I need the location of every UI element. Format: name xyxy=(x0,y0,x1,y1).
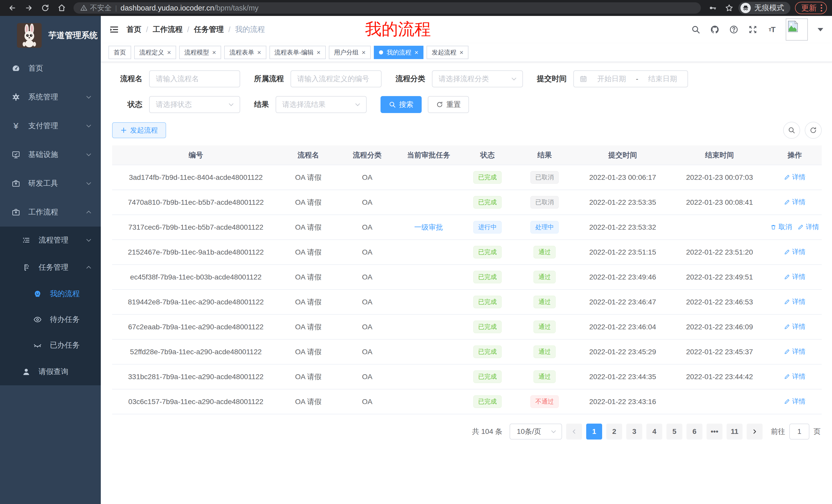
cancel-link[interactable]: 取消 xyxy=(770,222,792,231)
password-key-icon[interactable] xyxy=(705,2,720,13)
page-button-1[interactable]: 1 xyxy=(586,424,602,440)
pen-icon xyxy=(784,274,790,280)
tab-start-process[interactable]: 发起流程× xyxy=(426,46,468,59)
current-task-link[interactable]: 一级审批 xyxy=(414,223,443,231)
tab-home[interactable]: 首页 xyxy=(108,46,131,59)
detail-link[interactable]: 详情 xyxy=(784,347,806,356)
close-icon[interactable]: × xyxy=(167,49,171,56)
status-badge: 已完成 xyxy=(473,370,502,383)
page-button-11[interactable]: 11 xyxy=(727,424,743,440)
browser-menu-icon[interactable] xyxy=(821,4,822,11)
sidebar-item-workflow[interactable]: 工作流程 xyxy=(0,198,101,227)
incognito-icon xyxy=(740,3,751,13)
start-date-placeholder[interactable]: 开始日期 xyxy=(592,74,631,84)
tab-my-process[interactable]: 我的流程× xyxy=(374,46,423,59)
page-button-2[interactable]: 2 xyxy=(606,424,622,440)
back-icon[interactable] xyxy=(5,2,20,13)
browser-update-button[interactable]: 更新 xyxy=(795,2,827,14)
search-button[interactable]: 搜索 xyxy=(381,96,422,113)
dashboard-icon xyxy=(11,64,21,73)
sidebar-item-home[interactable]: 首页 xyxy=(0,54,101,83)
tab-process-definition[interactable]: 流程定义× xyxy=(134,46,176,59)
more-pages-button[interactable]: ••• xyxy=(706,424,723,440)
table-row: 52ffd28e-7b9a-11ec-a290-acde48001122 OA … xyxy=(112,339,822,364)
result-select[interactable]: 请选择流结果 xyxy=(276,96,367,113)
incognito-badge: 无痕模式 xyxy=(738,2,790,14)
page-button-5[interactable]: 5 xyxy=(667,424,682,440)
page-size-select[interactable]: 10条/页 xyxy=(510,424,562,440)
breadcrumb-task-mgmt[interactable]: 任务管理 xyxy=(194,24,224,35)
detail-link[interactable]: 详情 xyxy=(784,397,806,406)
detail-link[interactable]: 详情 xyxy=(784,372,806,381)
next-page-button[interactable] xyxy=(747,424,762,440)
pen-icon xyxy=(784,398,790,404)
start-process-button[interactable]: 发起流程 xyxy=(112,122,166,138)
pen-icon xyxy=(784,348,790,355)
font-size-icon[interactable]: тT xyxy=(767,24,777,35)
github-icon[interactable] xyxy=(710,24,720,35)
process-name-input[interactable] xyxy=(149,71,240,87)
bookmark-star-icon[interactable] xyxy=(722,2,736,13)
process-category-select[interactable]: 请选择流程分类 xyxy=(432,71,523,87)
end-date-placeholder[interactable]: 结束日期 xyxy=(644,74,682,84)
process-definition-input[interactable] xyxy=(290,71,382,87)
page-button-4[interactable]: 4 xyxy=(646,424,662,440)
detail-link[interactable]: 详情 xyxy=(784,198,806,206)
page-button-6[interactable]: 6 xyxy=(686,424,702,440)
sidebar-item-devtools[interactable]: 研发工具 xyxy=(0,169,101,198)
fullscreen-icon[interactable] xyxy=(748,24,758,35)
tab-user-group[interactable]: 用户分组× xyxy=(329,46,371,59)
result-badge: 通过 xyxy=(534,370,555,383)
sidebar-item-process-mgmt[interactable]: 流程管理 xyxy=(0,227,101,254)
process-id: 331bc281-7b9a-11ec-a290-acde48001122 xyxy=(112,364,280,389)
breadcrumb-workflow[interactable]: 工作流程 xyxy=(153,24,183,35)
reload-icon[interactable] xyxy=(38,2,52,13)
detail-link[interactable]: 详情 xyxy=(784,322,806,331)
home-icon[interactable] xyxy=(54,2,69,13)
page-button-3[interactable]: 3 xyxy=(626,424,642,440)
refresh-table-button[interactable] xyxy=(805,122,822,139)
prev-page-button[interactable] xyxy=(566,424,582,440)
help-icon[interactable] xyxy=(729,24,739,35)
search-icon[interactable] xyxy=(691,24,701,35)
user-avatar[interactable] xyxy=(786,19,808,40)
url-bar[interactable]: 不安全 | dashboard.yudao.iocoder.cn/bpm/tas… xyxy=(74,2,701,13)
sidebar: 芋道管理系统 首页 系统管理 ¥ 支付管理 基础设施 xyxy=(0,16,101,504)
close-icon[interactable]: × xyxy=(460,49,463,56)
tab-process-model[interactable]: 流程模型× xyxy=(179,46,221,59)
tab-process-form[interactable]: 流程表单× xyxy=(224,46,266,59)
sidebar-item-task-mgmt[interactable]: 任务管理 xyxy=(0,254,101,281)
sidebar-item-payment[interactable]: ¥ 支付管理 xyxy=(0,111,101,140)
close-icon[interactable]: × xyxy=(257,49,261,56)
detail-link[interactable]: 详情 xyxy=(784,247,806,256)
sidebar-item-my-process[interactable]: 我的流程 xyxy=(0,281,101,307)
close-icon[interactable]: × xyxy=(317,49,321,56)
reset-button[interactable]: 重置 xyxy=(428,96,469,113)
detail-link[interactable]: 详情 xyxy=(784,297,806,306)
total-count: 共 104 条 xyxy=(472,427,502,437)
sidebar-collapse-icon[interactable] xyxy=(108,24,120,35)
detail-link[interactable]: 详情 xyxy=(784,272,806,281)
avatar-dropdown-caret[interactable] xyxy=(817,28,823,31)
table-row: 2152467e-7b9b-11ec-9a1b-acde48001122 OA … xyxy=(112,240,822,264)
filter-row-2: 状态 请选择状态 结果 请选择流结果 搜索 xyxy=(112,96,822,113)
not-secure-warning[interactable]: 不安全 xyxy=(80,3,111,13)
breadcrumb-home[interactable]: 首页 xyxy=(127,24,141,35)
tab-process-form-edit[interactable]: 流程表单-编辑× xyxy=(269,46,326,59)
goto-page-input[interactable] xyxy=(789,424,809,440)
sidebar-item-infra[interactable]: 基础设施 xyxy=(0,140,101,169)
forward-icon[interactable] xyxy=(22,2,36,13)
submit-time-range-picker[interactable]: 开始日期 - 结束日期 xyxy=(573,71,688,87)
close-icon[interactable]: × xyxy=(212,49,216,56)
sidebar-item-done-tasks[interactable]: 已办任务 xyxy=(0,332,101,358)
sidebar-item-todo-tasks[interactable]: 待办任务 xyxy=(0,307,101,332)
sidebar-item-leave-query[interactable]: 请假查询 xyxy=(0,358,101,385)
toggle-search-button[interactable] xyxy=(783,122,800,139)
chevron-down-icon xyxy=(85,151,92,158)
close-icon[interactable]: × xyxy=(362,49,366,56)
status-select[interactable]: 请选择状态 xyxy=(149,96,240,113)
sidebar-item-system[interactable]: 系统管理 xyxy=(0,83,101,111)
detail-link[interactable]: 详情 xyxy=(784,173,806,181)
detail-link[interactable]: 详情 xyxy=(798,222,819,231)
close-icon[interactable]: × xyxy=(414,49,418,56)
